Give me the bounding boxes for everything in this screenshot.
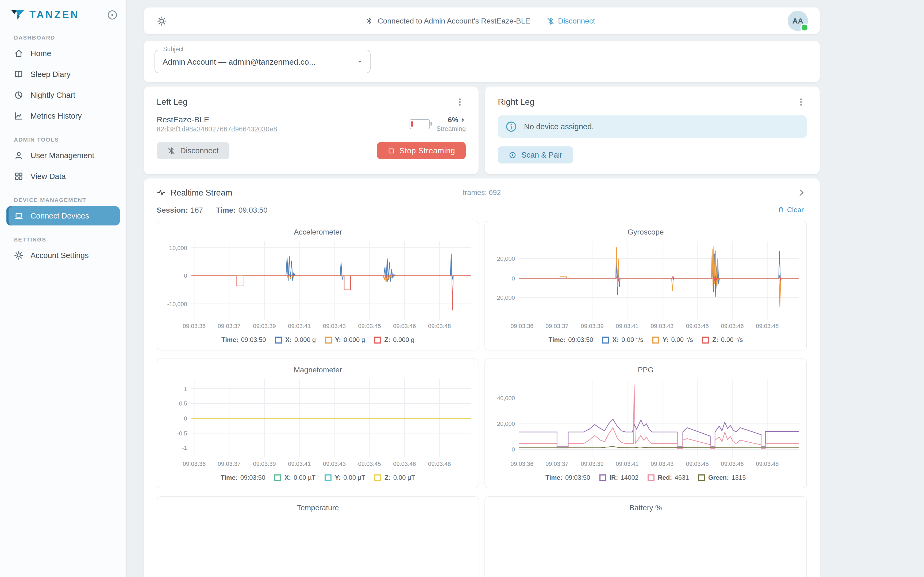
no-device-alert: No device assigned. xyxy=(498,115,807,138)
legend-item: Time:09:03:50 xyxy=(549,336,593,343)
legend-item[interactable]: Z:0.00 °/s xyxy=(702,336,743,343)
avatar[interactable]: AA xyxy=(788,11,808,31)
info-icon xyxy=(505,121,517,132)
session-label: Session: xyxy=(157,205,188,214)
stop-streaming-button[interactable]: Stop Streaming xyxy=(377,142,466,159)
sidebar-item-connect-devices[interactable]: Connect Devices xyxy=(6,206,120,226)
y-tick-label: 0 xyxy=(165,415,187,422)
top-bar: Connected to Admin Account's RestEaze-BL… xyxy=(144,8,820,34)
x-tick-label: 09:03:41 xyxy=(616,323,639,329)
y-tick-label: 0 xyxy=(493,275,515,281)
x-tick-label: 09:03:43 xyxy=(323,461,346,467)
chart-plot xyxy=(519,517,799,577)
x-tick-label: 09:03:36 xyxy=(183,323,206,329)
legend-item[interactable]: Y:0.00 °/s xyxy=(653,336,693,343)
realtime-stream-card: Realtime Stream frames: 692 Session:167 … xyxy=(144,179,820,577)
legend-item[interactable]: Z:0.000 g xyxy=(374,336,414,343)
y-tick-label: 40,000 xyxy=(493,395,515,401)
chart-legend: Time:09:03:50IR:14002Red:4631Green:1315 xyxy=(493,474,799,481)
y-axis: 10,0000-10,000 xyxy=(165,242,191,319)
disconnect-button-label: Disconnect xyxy=(180,147,218,155)
legend-item[interactable]: X:0.00 °/s xyxy=(603,336,643,343)
left-leg-menu-button[interactable] xyxy=(454,96,466,108)
series-line-Red xyxy=(519,385,799,448)
x-tick-label: 09:03:48 xyxy=(756,323,779,329)
right-leg-menu-button[interactable] xyxy=(795,96,807,108)
frames-count: frames: 692 xyxy=(463,189,501,197)
sidebar-item-home[interactable]: Home xyxy=(6,44,120,63)
chevron-right-icon xyxy=(797,188,806,197)
sidebar-item-user-management[interactable]: User Management xyxy=(6,146,120,165)
y-tick-label: -10,000 xyxy=(165,301,187,307)
session-value: 167 xyxy=(191,205,203,214)
chart-plot xyxy=(191,242,471,319)
legend-swatch xyxy=(702,336,709,343)
activity-icon xyxy=(157,188,166,197)
scan-pair-button[interactable]: Scan & Pair xyxy=(498,147,573,163)
battery-chart: Battery % xyxy=(485,496,807,577)
legend-item[interactable]: X:0.00 µT xyxy=(274,474,315,481)
user-icon xyxy=(14,151,24,160)
laptop-icon xyxy=(14,211,24,221)
legend-item[interactable]: Y:0.00 µT xyxy=(325,474,365,481)
section-settings: SETTINGS xyxy=(14,236,112,243)
alert-text: No device assigned. xyxy=(524,122,594,131)
x-tick-label: 09:03:46 xyxy=(721,323,744,329)
legend-swatch xyxy=(603,336,609,343)
legend-item[interactable]: IR:14002 xyxy=(599,474,638,481)
theme-toggle-button[interactable] xyxy=(156,15,168,27)
chart-plot xyxy=(519,242,799,319)
sidebar-item-account-settings[interactable]: Account Settings xyxy=(6,246,120,265)
legend-item[interactable]: Z:0.00 µT xyxy=(374,474,415,481)
legend-item[interactable]: Y:0.000 g xyxy=(325,336,365,343)
clear-button[interactable]: Clear xyxy=(774,205,807,214)
ppg-chart: PPG 40,00020,0000 09:03:3609:03:3709:03:… xyxy=(485,358,807,488)
series-line-IR xyxy=(519,419,799,447)
gear-icon xyxy=(14,251,24,260)
brand-name: TANZEN xyxy=(29,9,79,21)
sidebar-item-metrics-history[interactable]: Metrics History xyxy=(6,106,120,126)
section-device-management: DEVICE MANAGEMENT xyxy=(14,197,112,203)
battery-group: 6% Streaming xyxy=(410,116,466,132)
topbar-disconnect-button[interactable]: Disconnect xyxy=(544,16,598,26)
chart-title: Battery % xyxy=(493,503,799,512)
scan-pair-label: Scan & Pair xyxy=(521,151,562,159)
y-axis xyxy=(493,517,519,577)
chart-title: Gyroscope xyxy=(493,227,799,236)
online-status-dot xyxy=(800,24,809,32)
sidebar-item-view-data[interactable]: View Data xyxy=(6,167,120,186)
x-tick-label: 09:03:37 xyxy=(545,461,569,467)
x-tick-label: 09:03:43 xyxy=(651,323,674,329)
left-leg-card: Left Leg RestEaze-BLE 82d38f1d98a3480276… xyxy=(144,87,478,174)
x-tick-label: 09:03:37 xyxy=(545,323,569,329)
chart-title: Accelerometer xyxy=(165,227,471,236)
collapse-sidebar-button[interactable] xyxy=(106,8,119,21)
right-leg-card: Right Leg No device assigned. Scan & Pai… xyxy=(485,87,820,174)
sidebar-item-nightly-chart[interactable]: Nightly Chart xyxy=(6,85,120,105)
chart-title: Temperature xyxy=(165,503,471,512)
sidebar-item-label: User Management xyxy=(31,151,94,160)
legend-swatch xyxy=(325,336,332,343)
device-disconnect-button[interactable]: Disconnect xyxy=(157,142,229,159)
legend-item: Time:09:03:50 xyxy=(221,336,266,343)
stop-button-label: Stop Streaming xyxy=(399,147,455,155)
legend-item[interactable]: Green:1315 xyxy=(698,474,746,481)
subject-select[interactable]: Subject Admin Account — admin@tanzenmed.… xyxy=(155,50,371,73)
left-leg-title: Left Leg xyxy=(157,97,188,107)
x-tick-label: 09:03:36 xyxy=(183,461,206,467)
sidebar-item-sleep-diary[interactable]: Sleep Diary xyxy=(6,64,120,84)
x-tick-label: 09:03:46 xyxy=(393,323,416,329)
series-line-Z xyxy=(191,265,471,310)
expand-stream-button[interactable] xyxy=(796,187,807,198)
home-icon xyxy=(14,48,24,58)
y-axis: 20,0000-20,000 xyxy=(493,242,519,319)
y-tick-label: 1 xyxy=(165,385,187,392)
trash-icon xyxy=(777,206,784,213)
series-line-Z xyxy=(519,275,799,281)
chart-plot xyxy=(519,379,799,457)
chevron-down-icon xyxy=(356,58,363,65)
legend-item[interactable]: Red:4631 xyxy=(648,474,689,481)
legend-item[interactable]: X:0.000 g xyxy=(275,336,316,343)
y-tick-label: -1 xyxy=(165,445,187,451)
sidebar: TANZEN DASHBOARD Home Sleep Diary Nightl… xyxy=(0,0,127,577)
